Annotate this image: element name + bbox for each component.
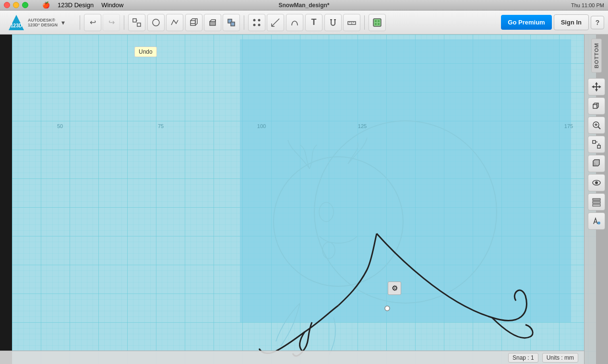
app-logo: 123D — [8, 14, 25, 31]
svg-rect-28 — [378, 20, 380, 22]
svg-rect-12 — [231, 22, 235, 26]
minimize-button[interactable] — [13, 2, 19, 8]
svg-rect-46 — [593, 105, 597, 108]
svg-point-16 — [258, 23, 261, 26]
measure-button[interactable] — [267, 14, 284, 31]
sign-in-button[interactable]: Sign In — [554, 14, 589, 30]
svg-point-13 — [253, 19, 256, 21]
combine-button[interactable] — [223, 14, 240, 31]
gear-context-menu[interactable]: ⚙ — [388, 282, 401, 295]
logo-area: 123D AUTODESK® 123D° DESIGN ▾ — [4, 14, 76, 31]
mac-time: Thu 11:00 PM — [571, 2, 604, 8]
svg-rect-3 — [137, 23, 141, 26]
visibility-button[interactable] — [588, 174, 605, 191]
svg-point-63 — [597, 222, 600, 224]
right-panel: BOTTOM — [584, 35, 608, 364]
sep-4 — [364, 15, 365, 30]
svg-rect-27 — [375, 20, 377, 22]
mac-menu[interactable]: 🍎 123D Design Window — [38, 1, 127, 9]
view-label: BOTTOM — [591, 38, 602, 72]
magnet-button[interactable] — [324, 14, 342, 31]
sep-3 — [244, 15, 244, 30]
box-button[interactable] — [185, 14, 203, 31]
svg-rect-29 — [375, 23, 377, 25]
title-bar: 🍎 123D Design Window SnowMan_design* Thu… — [0, 0, 608, 11]
redo-button[interactable]: ↪ — [103, 14, 120, 31]
undo-redo-group: ↩ ↪ — [84, 14, 120, 31]
material-group — [369, 14, 386, 31]
freeform-button[interactable] — [286, 14, 303, 31]
window-menu[interactable]: Window — [97, 1, 127, 9]
svg-rect-2 — [133, 19, 136, 22]
svg-marker-42 — [595, 82, 598, 84]
construct-group — [185, 14, 240, 31]
close-button[interactable] — [4, 2, 10, 8]
sep-2 — [124, 15, 124, 30]
transform-button[interactable] — [128, 14, 145, 31]
svg-rect-9 — [210, 22, 215, 25]
snap-indicator[interactable]: Snap : 1 — [508, 353, 538, 363]
move-view-button[interactable] — [588, 78, 605, 95]
canvas-area[interactable]: 50 75 100 125 175 ⚙ — [0, 35, 608, 364]
ruler-125: 125 — [358, 123, 367, 129]
traffic-lights[interactable] — [4, 2, 28, 8]
svg-marker-43 — [595, 89, 598, 92]
svg-marker-44 — [592, 85, 594, 88]
3d-view-button[interactable] — [588, 97, 605, 115]
svg-rect-53 — [597, 145, 600, 148]
svg-text:123D: 123D — [11, 23, 22, 28]
sketch-group — [147, 14, 183, 31]
svg-rect-30 — [378, 23, 380, 25]
main-toolbar: 123D AUTODESK® 123D° DESIGN ▾ ↩ ↪ — [0, 11, 608, 35]
maximize-button[interactable] — [22, 2, 28, 8]
logo-text: AUTODESK® 123D° DESIGN — [28, 18, 58, 27]
layers-button[interactable] — [588, 193, 605, 211]
transform-group — [128, 14, 145, 31]
ruler-100: 100 — [257, 123, 266, 129]
svg-rect-59 — [593, 199, 600, 200]
polyline-button[interactable] — [166, 14, 183, 31]
ruler-button[interactable] — [343, 14, 360, 31]
app-menu[interactable]: 123D Design — [54, 1, 97, 9]
apple-menu[interactable]: 🍎 — [38, 1, 54, 9]
window-title: SnowMan_design* — [278, 2, 329, 9]
logo-dropdown[interactable]: ▾ — [61, 19, 65, 26]
mac-status-area: Thu 11:00 PM — [571, 2, 604, 8]
ruler-50: 50 — [57, 123, 63, 129]
pattern-group — [248, 14, 284, 31]
fit-view-button[interactable] — [588, 136, 605, 153]
undo-button[interactable]: ↩ — [84, 14, 101, 31]
svg-rect-52 — [593, 141, 596, 143]
svg-rect-60 — [593, 201, 600, 203]
svg-point-39 — [385, 306, 390, 311]
svg-point-5 — [153, 19, 159, 26]
snap-group — [324, 14, 360, 31]
svg-line-17 — [272, 19, 279, 26]
svg-rect-26 — [373, 19, 381, 26]
svg-point-58 — [595, 181, 598, 184]
extrude-button[interactable] — [204, 14, 221, 31]
ruler-75: 75 — [158, 123, 164, 129]
svg-rect-6 — [191, 21, 195, 25]
status-bar: Snap : 1 Units : mm — [0, 351, 584, 364]
go-premium-button[interactable]: Go Premium — [501, 15, 551, 30]
text-button[interactable]: T — [305, 14, 322, 31]
svg-point-15 — [253, 23, 256, 26]
text-group: T — [305, 14, 322, 31]
units-indicator[interactable]: Units : mm — [542, 353, 578, 363]
help-button[interactable]: ? — [591, 16, 604, 29]
freeform-group — [286, 14, 303, 31]
sketch-button[interactable] — [147, 14, 165, 31]
material-button[interactable] — [369, 14, 386, 31]
svg-rect-34 — [240, 39, 571, 322]
undo-tooltip: Undo — [134, 47, 157, 57]
svg-rect-61 — [593, 204, 600, 206]
paint-button[interactable] — [588, 212, 605, 230]
sep-1 — [80, 15, 80, 30]
svg-point-14 — [258, 19, 261, 21]
pattern-button[interactable] — [248, 14, 265, 31]
viewport-svg: 50 75 100 125 175 — [0, 35, 608, 364]
zoom-button[interactable] — [588, 117, 605, 134]
solid-view-button[interactable] — [588, 155, 605, 172]
ruler-175: 175 — [564, 123, 573, 129]
